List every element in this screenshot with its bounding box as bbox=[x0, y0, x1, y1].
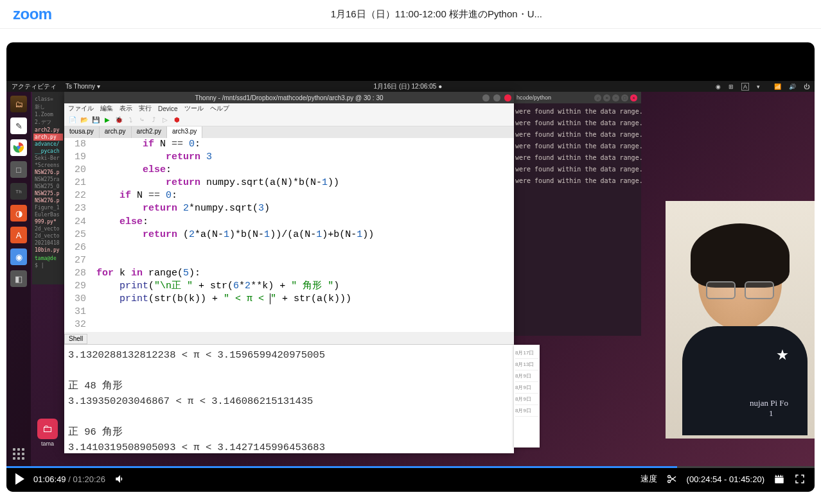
menu-item[interactable]: 編集 bbox=[100, 104, 113, 113]
note-item[interactable]: 8月13日 bbox=[515, 359, 538, 370]
code-line[interactable]: print("\n正 " + str(6*2**k) + " 角形 ") bbox=[93, 280, 339, 293]
file-item[interactable]: Seki-Ber bbox=[33, 155, 63, 162]
dock-app-icon[interactable]: ◧ bbox=[10, 270, 27, 287]
network-icon[interactable]: 📶 bbox=[774, 83, 781, 90]
code-line[interactable]: for k in range(5): bbox=[93, 267, 200, 280]
ubuntu-datetime[interactable]: 1月16日 (日) 12:06:05 ● bbox=[374, 82, 443, 91]
code-line[interactable]: else: bbox=[93, 216, 148, 229]
fullscreen-icon[interactable] bbox=[794, 473, 806, 485]
code-line[interactable] bbox=[93, 306, 96, 318]
file-item[interactable]: EulerBas bbox=[33, 211, 63, 218]
editor-tab[interactable]: tousa.py bbox=[64, 126, 100, 138]
dock-app-icon[interactable]: □ bbox=[10, 161, 27, 178]
code-line[interactable]: return 3 bbox=[93, 151, 212, 164]
menu-icon[interactable]: ≡ bbox=[603, 94, 610, 101]
dock-chrome-icon[interactable] bbox=[10, 139, 27, 156]
file-item[interactable]: NSW276.p bbox=[33, 169, 63, 176]
power-icon[interactable]: ⏻ bbox=[804, 83, 809, 90]
notes-panel[interactable]: 8月17日8月13日8月9日8月9日8月9日8月9日 bbox=[514, 345, 540, 448]
resume-icon[interactable]: ▷ bbox=[161, 116, 170, 125]
code-editor[interactable]: 18 if N == 0:19 return 320 else:21 retur… bbox=[64, 138, 514, 332]
dock-files-icon[interactable]: 🗂 bbox=[10, 96, 27, 112]
file-item[interactable]: 10bin.py bbox=[33, 247, 63, 254]
maximize-icon[interactable] bbox=[493, 94, 500, 101]
file-item[interactable]: NSW276.p bbox=[33, 197, 63, 204]
dock-app-icon[interactable]: ✎ bbox=[10, 117, 27, 134]
speed-label[interactable]: 速度 bbox=[640, 473, 657, 485]
file-item[interactable]: $ | bbox=[33, 262, 63, 269]
note-item[interactable]: 8月9日 bbox=[515, 405, 538, 417]
thonny-window[interactable]: Thonny - /mnt/ssd1/Dropbox/mathcode/pyth… bbox=[64, 92, 514, 451]
note-item[interactable]: 8月17日 bbox=[515, 347, 538, 359]
menu-item[interactable]: ツール bbox=[184, 104, 204, 113]
run-icon[interactable]: ▶ bbox=[103, 116, 112, 125]
code-line[interactable]: return 2*numpy.sqrt(3) bbox=[93, 202, 270, 215]
file-item[interactable]: 新し bbox=[33, 103, 63, 111]
code-line[interactable]: if N == 0: bbox=[93, 138, 200, 151]
volume-button[interactable] bbox=[114, 473, 126, 485]
thonny-titlebar[interactable]: Thonny - /mnt/ssd1/Dropbox/mathcode/pyth… bbox=[64, 92, 514, 103]
clapperboard-icon[interactable] bbox=[773, 473, 785, 485]
activities-button[interactable]: アクティビティ bbox=[12, 82, 57, 91]
editor-tab[interactable]: arch2.py bbox=[132, 126, 167, 138]
code-line[interactable]: if N == 0: bbox=[93, 189, 177, 202]
scissors-icon[interactable] bbox=[666, 473, 678, 485]
file-item[interactable]: 2.デフ bbox=[33, 118, 63, 126]
shell-output[interactable]: 3.1320288132812238 < π < 3.1596599420975… bbox=[64, 344, 514, 453]
close-icon[interactable] bbox=[504, 94, 511, 101]
file-item[interactable]: Figure_1 bbox=[33, 204, 63, 211]
code-line[interactable]: return (2*a(N-1)*b(N-1))/(a(N-1)+b(N-1)) bbox=[93, 229, 374, 241]
file-item[interactable]: 2d_vecto bbox=[33, 225, 63, 232]
note-item[interactable]: 8月9日 bbox=[515, 394, 538, 405]
desktop-icon[interactable]: 🗀 tama bbox=[37, 419, 58, 447]
close-icon[interactable]: × bbox=[630, 94, 637, 101]
file-item[interactable]: 20210418 bbox=[33, 239, 63, 247]
file-item[interactable]: NSW275_0 bbox=[33, 183, 63, 190]
app-indicator[interactable]: Ts Thonny ▾ bbox=[66, 83, 100, 90]
menu-item[interactable]: 実行 bbox=[139, 104, 152, 113]
progress-bar[interactable] bbox=[6, 466, 815, 468]
file-item[interactable]: __pycach bbox=[33, 148, 63, 155]
code-line[interactable] bbox=[93, 254, 96, 267]
menu-item[interactable]: ヘルプ bbox=[210, 104, 229, 113]
input-method-icon[interactable]: ⊞ bbox=[728, 83, 734, 90]
code-line[interactable]: return numpy.sqrt(a(N)*b(N-1)) bbox=[93, 177, 339, 189]
file-item[interactable]: *Screens bbox=[33, 162, 63, 169]
volume-icon[interactable]: 🔊 bbox=[789, 83, 796, 90]
dock-app-icon[interactable]: ◑ bbox=[10, 205, 27, 222]
open-file-icon[interactable]: 📂 bbox=[80, 116, 89, 125]
menu-item[interactable]: Device bbox=[158, 105, 178, 112]
new-file-icon[interactable]: 📄 bbox=[68, 116, 77, 125]
dock-apps-grid-icon[interactable] bbox=[13, 448, 24, 460]
dock-app-icon[interactable]: ◉ bbox=[10, 248, 27, 265]
debug-icon[interactable]: 🐞 bbox=[114, 116, 123, 125]
dock-thonny-icon[interactable]: Th bbox=[10, 183, 27, 200]
chrome-tray-icon[interactable]: ◉ bbox=[716, 83, 721, 90]
minimize-icon[interactable] bbox=[482, 94, 490, 101]
code-line[interactable] bbox=[93, 318, 96, 331]
play-button[interactable] bbox=[15, 473, 24, 485]
file-item[interactable]: class= bbox=[33, 96, 63, 103]
file-item[interactable]: 2d_vecto bbox=[33, 232, 63, 239]
menu-item[interactable]: 表示 bbox=[119, 104, 132, 113]
file-item[interactable]: 1.Zoom bbox=[33, 111, 63, 118]
file-item[interactable]: NSW275.p bbox=[33, 190, 63, 197]
editor-tab[interactable]: arch3.py bbox=[167, 126, 202, 138]
save-icon[interactable]: 💾 bbox=[91, 116, 100, 125]
file-item[interactable]: tama@de bbox=[33, 255, 63, 262]
step-over-icon[interactable]: ⤵ bbox=[126, 116, 135, 125]
file-item[interactable]: NSW275ra bbox=[33, 176, 63, 183]
note-item[interactable]: 8月9日 bbox=[515, 370, 538, 382]
code-line[interactable] bbox=[93, 241, 96, 254]
step-into-icon[interactable]: ⤷ bbox=[137, 116, 146, 125]
code-line[interactable]: print(str(b(k)) + " < π < " + str(a(k))) bbox=[93, 293, 351, 306]
terminal-window[interactable]: hcode/python ⌕ ≡ − □ × were found within… bbox=[513, 92, 641, 336]
stop-icon[interactable]: ⬢ bbox=[172, 116, 181, 125]
search-icon[interactable]: ⌕ bbox=[594, 94, 601, 101]
keyboard-indicator[interactable]: A bbox=[741, 83, 749, 91]
dock-software-icon[interactable]: A bbox=[10, 227, 27, 243]
terminal-content[interactable]: were found within the data range.were fo… bbox=[513, 103, 641, 189]
code-line[interactable]: else: bbox=[93, 164, 172, 177]
editor-tab[interactable]: arch.py bbox=[100, 126, 132, 138]
menu-item[interactable]: ファイル bbox=[68, 104, 94, 113]
